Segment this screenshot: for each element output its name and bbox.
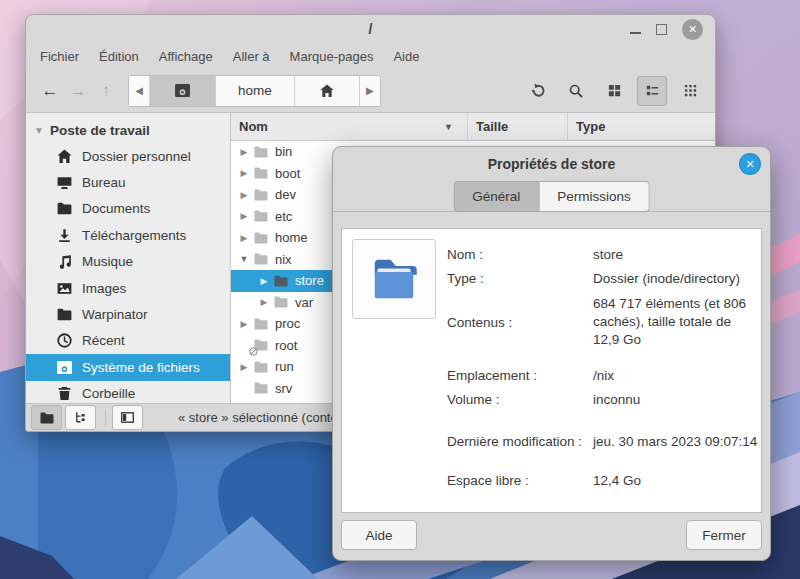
field-emplacement: Emplacement : /nix <box>447 368 753 383</box>
field-volume: Volume : inconnu <box>447 392 753 407</box>
file-icon-box[interactable] <box>352 239 436 319</box>
field-label: Espace libre : <box>447 473 593 488</box>
dialog-titlebar[interactable]: Propriétés de store ✕ <box>333 147 770 181</box>
sidebar-item-warpinator[interactable]: Warpinator <box>26 301 230 327</box>
reload-button[interactable] <box>523 76 553 106</box>
sidebar-item-label: Bureau <box>82 175 126 190</box>
sidebar-item-systeme-de-fichiers[interactable]: Système de fichiers <box>26 354 230 380</box>
help-button[interactable]: Aide <box>341 520 417 550</box>
sidebar-item-documents[interactable]: Documents <box>26 196 230 222</box>
pathbar-scroll-right-icon[interactable]: ▶ <box>360 76 380 106</box>
column-header-nom[interactable]: Nom ▼ <box>231 113 468 140</box>
sidebar-item-label: Système de fichiers <box>82 360 200 375</box>
collapse-triangle-icon: ▼ <box>34 125 44 136</box>
menu-affichage[interactable]: Affichage <box>149 46 223 67</box>
icon-view-button[interactable] <box>599 76 629 106</box>
trash-icon <box>56 385 73 402</box>
close-icon[interactable]: ✕ <box>682 19 703 40</box>
maximize-icon[interactable] <box>656 24 667 35</box>
expander-icon[interactable]: ▶ <box>237 362 251 372</box>
menu-aide[interactable]: Aide <box>383 46 429 67</box>
compact-view-button[interactable] <box>675 76 705 106</box>
show-places-button[interactable] <box>31 405 62 430</box>
tree-row-label: run <box>275 359 294 374</box>
refresh-icon <box>530 82 547 99</box>
tree-row-label: boot <box>275 166 300 181</box>
statusbar-separator <box>105 410 106 426</box>
field-type: Type : Dossier (inode/directory) <box>447 271 753 286</box>
pathbar-home-button[interactable]: home <box>216 76 295 106</box>
list-view-button[interactable] <box>637 76 667 106</box>
pathbar-root-button[interactable] <box>150 76 216 106</box>
column-header-type[interactable]: Type <box>568 113 715 140</box>
sidebar-item-musique[interactable]: Musique <box>26 249 230 275</box>
menubar: Fichier Édition Affichage Aller à Marque… <box>26 43 715 69</box>
menu-edition[interactable]: Édition <box>89 46 149 67</box>
sidebar-item-label: Téléchargements <box>82 228 186 243</box>
expander-icon[interactable]: ▶ <box>237 233 251 243</box>
folder-icon <box>56 306 73 323</box>
folder-icon <box>253 380 269 396</box>
expander-icon[interactable]: ▶ <box>237 211 251 221</box>
sidebar-item-bureau[interactable]: Bureau <box>26 169 230 195</box>
folder-icon <box>253 316 269 332</box>
expander-icon[interactable]: ▶ <box>237 190 251 200</box>
sidebar-item-label: Dossier personnel <box>82 149 191 164</box>
show-treeview-button[interactable] <box>65 405 96 430</box>
sidebar: ▼ Poste de travail Dossier personnel Bur… <box>26 113 231 403</box>
list-view-icon <box>645 83 660 98</box>
tree-row-label: home <box>275 230 308 245</box>
sidebar-section-label: Poste de travail <box>50 123 150 138</box>
expander-icon[interactable]: ▶ <box>237 147 251 157</box>
sidebar-section-header[interactable]: ▼ Poste de travail <box>26 117 230 143</box>
up-button[interactable]: ↑ <box>92 77 120 105</box>
sidebar-item-corbeille[interactable]: Corbeille <box>26 381 230 403</box>
menu-marque-pages[interactable]: Marque-pages <box>280 46 384 67</box>
sidebar-item-label: Warpinator <box>82 307 148 322</box>
column-header-taille[interactable]: Taille <box>468 113 568 140</box>
tab-general[interactable]: Général <box>453 181 539 212</box>
tree-row-label: bin <box>275 144 292 159</box>
folder-icon <box>253 359 269 375</box>
menu-fichier[interactable]: Fichier <box>30 46 89 67</box>
grid-view-icon <box>607 83 622 98</box>
sidebar-item-dossier-personnel[interactable]: Dossier personnel <box>26 143 230 169</box>
download-icon <box>56 227 73 244</box>
tree-row-label: root <box>275 338 297 353</box>
pathbar-home-icon-button[interactable] <box>295 76 360 106</box>
titlebar[interactable]: / ✕ <box>26 15 715 43</box>
tree-row-label: nix <box>275 252 292 267</box>
sidebar-item-recent[interactable]: Récent <box>26 328 230 354</box>
forward-button[interactable]: → <box>64 77 92 105</box>
minimize-icon[interactable] <box>630 32 641 34</box>
fermer-button[interactable]: Fermer <box>686 520 762 550</box>
expander-icon[interactable]: ▶ <box>237 319 251 329</box>
expander-icon[interactable]: ▶ <box>257 297 271 307</box>
tree-view-icon <box>73 410 88 425</box>
tab-permissions[interactable]: Permissions <box>539 181 650 212</box>
field-label: Emplacement : <box>447 368 593 383</box>
field-value: 684 717 éléments (et 806 cachés), taille… <box>593 295 753 350</box>
dialog-close-icon[interactable]: ✕ <box>739 153 761 175</box>
toggle-sidebar-button[interactable] <box>112 405 143 430</box>
expander-icon[interactable]: ▶ <box>237 168 251 178</box>
pathbar: ◀ home ▶ <box>128 75 381 107</box>
sidebar-item-images[interactable]: Images <box>26 275 230 301</box>
sidebar-item-label: Documents <box>82 201 150 216</box>
desktop-icon <box>56 174 73 191</box>
column-label: Type <box>576 119 605 134</box>
menu-aller-a[interactable]: Aller à <box>223 46 280 67</box>
field-derniere-modification: Dernière modification : jeu. 30 mars 202… <box>447 434 753 449</box>
sidebar-toggle-icon <box>120 410 135 425</box>
pathbar-scroll-left-icon[interactable]: ◀ <box>129 76 150 106</box>
search-button[interactable] <box>561 76 591 106</box>
sidebar-item-telechargements[interactable]: Téléchargements <box>26 222 230 248</box>
back-button[interactable]: ← <box>36 77 64 105</box>
music-icon <box>56 253 73 270</box>
folder-icon <box>253 337 269 353</box>
expander-icon[interactable]: ▶ <box>257 276 271 286</box>
drive-icon <box>56 359 73 376</box>
expander-open-icon[interactable]: ▼ <box>237 254 251 264</box>
field-label: Volume : <box>447 392 593 407</box>
field-value: inconnu <box>593 392 640 407</box>
